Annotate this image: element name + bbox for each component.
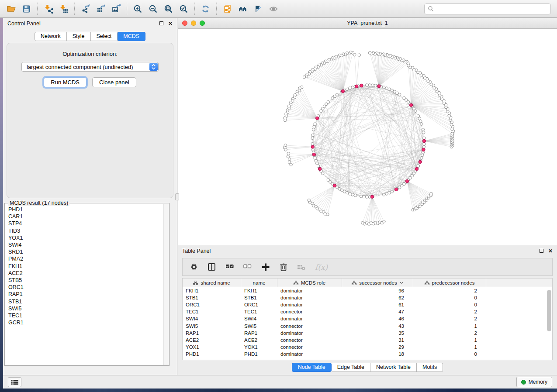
ring-node[interactable] — [385, 87, 388, 90]
ring-node[interactable] — [371, 84, 374, 87]
table-row[interactable]: PHD1PHD1dominator180 — [183, 351, 552, 358]
column-header-MCDS-role[interactable]: MCDS role — [277, 279, 342, 287]
settings-gear-button[interactable] — [190, 263, 198, 272]
ring-node[interactable] — [417, 115, 420, 118]
export-image-button[interactable] — [108, 2, 124, 16]
table-row[interactable]: RAP1RAP1dominator352 — [183, 330, 552, 337]
result-node-item[interactable]: RAP1 — [8, 291, 163, 298]
ring-node[interactable] — [383, 86, 386, 89]
ring-node[interactable] — [374, 84, 377, 87]
satellite-node[interactable] — [407, 64, 410, 67]
result-node-item[interactable]: SWI5 — [8, 305, 163, 312]
ring-node[interactable] — [423, 142, 426, 145]
result-node-item[interactable]: STB1 — [8, 298, 163, 305]
ring-node[interactable] — [360, 195, 363, 198]
export-table-button[interactable] — [93, 2, 108, 16]
satellite-node[interactable] — [288, 158, 291, 161]
tab-style[interactable]: Style — [67, 32, 91, 41]
mcds-hub-node[interactable] — [312, 153, 315, 156]
satellite-node[interactable] — [383, 220, 386, 223]
satellite-node[interactable] — [358, 54, 361, 57]
add-column-button[interactable] — [261, 263, 270, 272]
result-node-item[interactable]: SRD1 — [8, 248, 163, 255]
network-graph[interactable] — [178, 29, 557, 245]
column-layout-button[interactable] — [208, 263, 216, 272]
satellite-node[interactable] — [430, 193, 433, 196]
column-header-successor-nodes[interactable]: successor nodes — [342, 279, 413, 287]
mcds-hub-node[interactable] — [341, 89, 344, 93]
ring-node[interactable] — [311, 134, 314, 137]
tab-network[interactable]: Network — [35, 32, 67, 41]
mcds-hub-node[interactable] — [333, 184, 336, 187]
table-scrollbar[interactable] — [547, 289, 551, 358]
mcds-hub-node[interactable] — [370, 195, 374, 198]
window-minimize-icon[interactable] — [191, 21, 196, 26]
float-panel-icon[interactable] — [159, 21, 163, 25]
table-row[interactable]: TEC1TEC1connector472 — [183, 308, 552, 315]
network-window-titlebar[interactable]: YPA_prune.txt_1 — [178, 18, 557, 29]
table-row[interactable]: ACE2ACE2connector311 — [183, 337, 552, 344]
run-mcds-button[interactable]: Run MCDS — [44, 77, 86, 87]
mcds-hub-node[interactable] — [355, 85, 358, 88]
import-network-button[interactable] — [41, 2, 56, 16]
result-node-item[interactable]: SWI4 — [8, 241, 163, 248]
window-close-icon[interactable] — [182, 21, 187, 26]
result-node-item[interactable]: ACE2 — [8, 270, 163, 277]
search-input[interactable] — [434, 6, 547, 12]
ring-node[interactable] — [314, 123, 317, 126]
ring-node[interactable] — [311, 137, 314, 140]
new-network-from-selection-button[interactable] — [220, 2, 235, 16]
result-node-item[interactable]: TEC1 — [8, 312, 163, 319]
ring-node[interactable] — [422, 145, 426, 148]
table-row[interactable]: SWI4SWI4dominator462 — [183, 315, 552, 322]
float-table-panel-icon[interactable] — [540, 249, 543, 253]
mcds-hub-node[interactable] — [422, 139, 426, 142]
ring-node[interactable] — [420, 123, 423, 126]
result-node-item[interactable]: ORC1 — [8, 284, 163, 291]
ring-node[interactable] — [363, 195, 366, 198]
ring-node[interactable] — [349, 193, 352, 196]
refresh-button[interactable] — [198, 2, 213, 16]
result-node-item[interactable]: CAR1 — [8, 213, 163, 220]
result-node-item[interactable]: GCR1 — [8, 319, 163, 326]
mcds-hub-node[interactable] — [419, 160, 422, 163]
mcds-hub-node[interactable] — [311, 145, 314, 148]
ring-node[interactable] — [368, 84, 371, 87]
ring-node[interactable] — [365, 196, 368, 199]
table-row[interactable]: FKH1FKH1dominator962 — [183, 287, 552, 294]
window-zoom-icon[interactable] — [200, 21, 205, 26]
satellite-node[interactable] — [353, 53, 356, 56]
save-session-button[interactable] — [19, 2, 34, 16]
ring-node[interactable] — [346, 88, 349, 91]
ring-node[interactable] — [391, 190, 394, 193]
deselect-all-button[interactable] — [243, 263, 252, 272]
result-node-item[interactable]: PMA2 — [8, 255, 163, 262]
ring-node[interactable] — [422, 128, 425, 131]
table-row[interactable]: YOX1YOX1connector291 — [183, 344, 552, 351]
ring-node[interactable] — [422, 131, 425, 134]
panel-splitter-handle[interactable] — [175, 193, 179, 200]
mcds-hub-node[interactable] — [377, 85, 381, 88]
column-header-predecessor-nodes[interactable]: predecessor nodes — [413, 279, 486, 287]
satellite-node[interactable] — [284, 148, 287, 151]
mcds-hub-node[interactable] — [360, 84, 363, 87]
criterion-select[interactable]: largest connected component (undirected) — [21, 62, 159, 72]
show-hide-eye-button[interactable] — [266, 2, 281, 16]
close-panel-button[interactable]: Close panel — [92, 77, 136, 87]
delete-column-button[interactable] — [279, 263, 288, 272]
satellite-node[interactable] — [284, 119, 287, 122]
result-node-item[interactable]: STP4 — [8, 220, 163, 227]
mcds-result-list[interactable]: PHD1CAR1STP4TID3YOX1SWI4SRD1PMA2FKH1ACE2… — [8, 206, 163, 364]
close-panel-icon[interactable]: ✕ — [168, 21, 173, 27]
result-node-item[interactable]: STB5 — [8, 277, 163, 284]
satellite-node[interactable] — [290, 163, 293, 166]
ring-node[interactable] — [421, 154, 424, 157]
ring-node[interactable] — [351, 86, 354, 89]
satellite-node[interactable] — [451, 132, 454, 135]
column-header-shared-name[interactable]: shared name — [183, 279, 241, 287]
ring-node[interactable] — [354, 194, 357, 197]
zoom-out-button[interactable] — [145, 2, 161, 16]
table-row[interactable]: STB1STB1dominator620 — [183, 294, 552, 301]
export-network-button[interactable] — [78, 2, 93, 16]
ring-node[interactable] — [365, 84, 368, 87]
